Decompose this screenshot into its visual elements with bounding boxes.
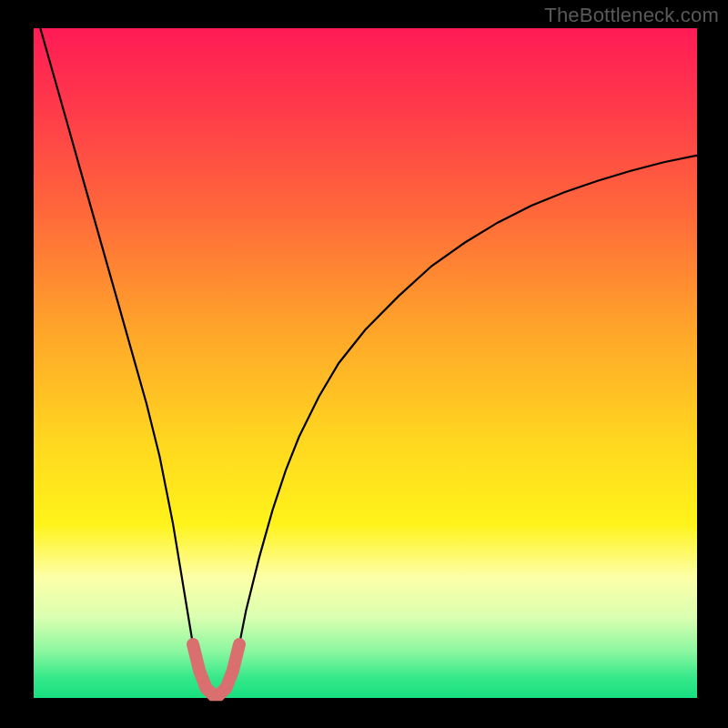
bottleneck-chart — [0, 0, 728, 728]
chart-frame: TheBottleneck.com — [0, 0, 728, 728]
plot-background — [34, 28, 697, 698]
